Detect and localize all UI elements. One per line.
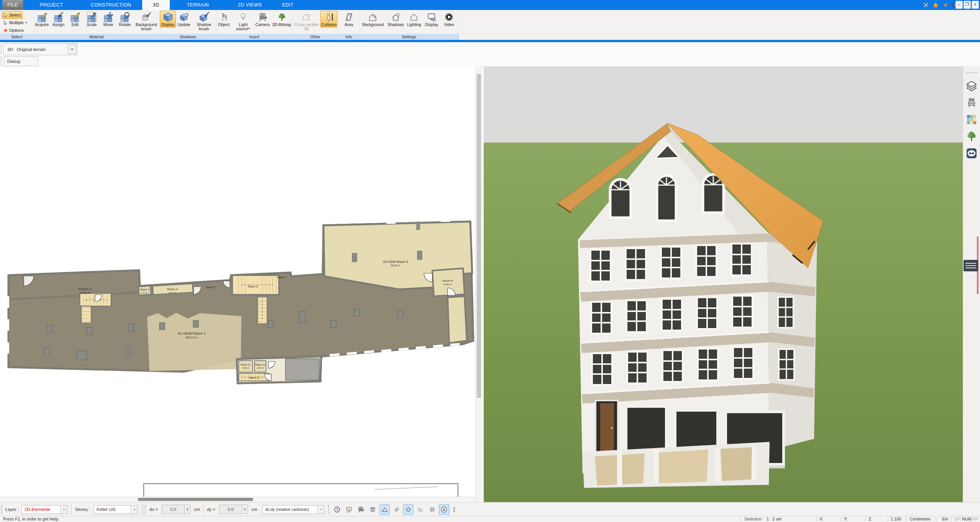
settings-lighting-button[interactable]: Lighting xyxy=(406,11,422,28)
sidebar-remote-button[interactable] xyxy=(966,148,977,159)
tools-icon[interactable] xyxy=(923,2,929,8)
terrain-layers-toggle[interactable] xyxy=(415,504,425,515)
camera-path-button[interactable] xyxy=(356,504,366,515)
tab-terrain[interactable]: TERRAIN xyxy=(170,0,226,10)
plan-horizontal-scrollbar[interactable] xyxy=(0,497,475,502)
dx-input[interactable]: 0.0 xyxy=(162,505,185,514)
svg-text:Raum 11: Raum 11 xyxy=(241,363,251,366)
tab-construction[interactable]: CONSTRUCTION xyxy=(80,0,142,10)
toolbar-grip[interactable] xyxy=(1,505,3,514)
toolbar-overflow-button[interactable] xyxy=(451,504,458,515)
toolbar-grip[interactable] xyxy=(1,44,3,54)
select-label: Select xyxy=(9,13,21,17)
settings-shadows-button[interactable]: Shadows xyxy=(387,11,405,28)
svg-text:Raum 9: Raum 9 xyxy=(442,279,453,282)
time-of-day-button[interactable] xyxy=(332,504,342,515)
coordinate-mode-select[interactable]: dx,dy (relative cartesian) xyxy=(262,505,324,514)
plan-room-12[interactable] xyxy=(254,361,266,372)
background-brush-button[interactable]: Background brush xyxy=(133,11,159,32)
tab-file[interactable]: FILE xyxy=(2,0,23,10)
package-icon[interactable] xyxy=(932,2,939,8)
tab-3d[interactable]: 3D xyxy=(142,0,170,10)
area-icon xyxy=(344,12,354,22)
sidebar-layers-button[interactable] xyxy=(966,80,977,92)
scrollbar-thumb[interactable] xyxy=(138,498,253,501)
send-icon[interactable] xyxy=(942,2,948,8)
wall-opening xyxy=(441,218,450,222)
acquire-button[interactable]: Acquire xyxy=(34,11,50,28)
settings-background-button[interactable]: Background xyxy=(361,11,385,28)
sidebar-materials-button[interactable] xyxy=(966,114,977,125)
assign-button[interactable]: Assign xyxy=(51,11,67,28)
edit-button[interactable]: Edit xyxy=(67,11,83,28)
view-3d[interactable] xyxy=(484,66,963,502)
collision-button[interactable]: Collision xyxy=(320,11,337,28)
layer-select[interactable]: 2D-Elemente xyxy=(21,505,67,514)
plan-vertical-scrollbar[interactable] xyxy=(475,66,483,502)
tab-edit[interactable]: EDIT xyxy=(274,0,302,10)
layers-icon xyxy=(966,80,977,91)
north-toggle[interactable] xyxy=(439,504,449,515)
toolbar-grip[interactable] xyxy=(145,505,147,514)
sidebar-furniture-button[interactable] xyxy=(966,97,977,108)
cube-update-icon xyxy=(179,12,189,22)
shadow-brush-icon xyxy=(199,12,209,22)
multiple-button[interactable]: Multiple xyxy=(2,19,29,26)
svg-text:1.84 m²: 1.84 m² xyxy=(257,367,264,369)
grid-toggle[interactable] xyxy=(427,504,437,515)
group-caption-other: Other xyxy=(293,34,338,40)
toolbar-grip[interactable] xyxy=(328,505,330,514)
dy-input[interactable]: 0.0 xyxy=(219,505,242,514)
floor-plan-2d[interactable]: Raum 2 25.65 m² Raum 3 1.34 m² Raum 4 4.… xyxy=(0,66,475,502)
restore-button[interactable]: ❐ xyxy=(964,1,971,9)
video-button[interactable]: Video xyxy=(441,11,457,28)
minimize-button[interactable]: – xyxy=(955,1,963,9)
stairs-steps xyxy=(235,277,248,293)
options-label: Options xyxy=(9,28,24,33)
plan-room-11[interactable] xyxy=(239,361,253,372)
dialogbar-grip[interactable] xyxy=(1,57,3,66)
dx-spinner[interactable] xyxy=(185,505,190,514)
shadow-brush-button[interactable]: Shadow brush xyxy=(192,11,216,32)
storey-select[interactable]: Keller UG xyxy=(94,505,138,514)
chair-icon xyxy=(966,97,977,108)
dialog-tab[interactable]: Dialog: xyxy=(4,56,38,66)
close-button[interactable]: × xyxy=(972,1,979,9)
plan-pane-2d[interactable]: Raum 2 25.65 m² Raum 3 1.34 m² Raum 4 4.… xyxy=(0,66,475,502)
object-button[interactable]: Object xyxy=(216,11,232,28)
options-button[interactable]: Options xyxy=(2,26,25,34)
terrain-selector-value[interactable]: Original terrain xyxy=(17,47,46,52)
terrain-selector-dropdown[interactable] xyxy=(68,44,76,54)
camera-button[interactable]: Camera xyxy=(254,11,271,28)
area-button[interactable]: Area xyxy=(341,11,357,28)
hatch-icon xyxy=(393,506,400,513)
layer-display-button[interactable] xyxy=(368,504,378,515)
shadows-update-button[interactable]: Update xyxy=(176,11,192,28)
scale-button[interactable]: Scale xyxy=(84,11,100,28)
move-button[interactable]: Move xyxy=(100,11,116,28)
rotate-button[interactable]: Rotate xyxy=(117,11,133,28)
surface-toggle[interactable] xyxy=(403,504,414,515)
render-quality-button[interactable] xyxy=(344,504,354,515)
tab-project[interactable]: PROJECT xyxy=(23,0,80,10)
scrollbar-thumb[interactable] xyxy=(477,74,481,398)
3d-bitmap-button[interactable]: 3D-Bitmap xyxy=(271,11,293,28)
svg-text:01-GEW-Raum 1: 01-GEW-Raum 1 xyxy=(178,331,206,335)
sidebar-grip[interactable] xyxy=(966,72,977,74)
dy-spinner[interactable] xyxy=(242,505,248,514)
sidebar-plants-button[interactable] xyxy=(966,131,977,142)
palette-icon xyxy=(966,114,977,125)
light-source-button[interactable]: Light source xyxy=(232,11,254,32)
select-button[interactable]: Select xyxy=(2,11,23,19)
scale-icon xyxy=(87,12,97,22)
view-3d-pane[interactable] xyxy=(484,66,963,502)
tab-2d-views[interactable]: 2D VIEWS xyxy=(226,0,274,10)
panel-grip-handle[interactable] xyxy=(964,260,978,271)
shadows-display-button[interactable]: Display xyxy=(160,11,176,28)
roof-view-toggle[interactable] xyxy=(379,504,390,515)
status-ein: Ein xyxy=(942,517,948,521)
dx-label: dx = xyxy=(149,502,158,516)
hatch-toggle[interactable] xyxy=(391,504,402,515)
plan-room-right[interactable] xyxy=(448,296,467,343)
settings-display-button[interactable]: Display xyxy=(424,11,440,28)
